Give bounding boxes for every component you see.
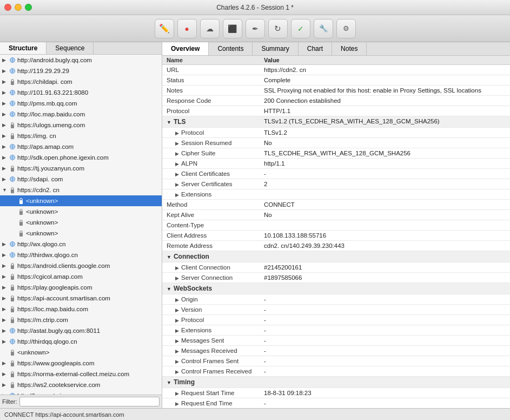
- table-row[interactable]: ▶Extensions-: [162, 325, 510, 336]
- sidebar-item-label: http://astat.bugly.qq.com:8011: [17, 327, 100, 334]
- maximize-button[interactable]: [25, 4, 32, 11]
- list-item[interactable]: ▶http://101.91.63.221:8080: [0, 87, 162, 98]
- expand-arrow-icon: ▶: [2, 317, 9, 323]
- list-item[interactable]: ▶http://loc.map.baidu.com: [0, 109, 162, 120]
- tools-button[interactable]: 🔧: [314, 19, 333, 38]
- row-name: Status: [162, 75, 260, 86]
- table-row[interactable]: ▶Version-: [162, 305, 510, 315]
- table-row[interactable]: ▶Server Connection#1897585066: [162, 273, 510, 283]
- list-item[interactable]: ▶https://api-account.smartisan.com: [0, 293, 162, 304]
- svg-rect-51: [11, 352, 14, 356]
- pen-tool-button[interactable]: ✏️: [155, 19, 174, 38]
- expand-arrow-icon: ▶: [175, 328, 179, 333]
- table-row[interactable]: ▶Client Certificates-: [162, 169, 510, 179]
- list-item[interactable]: ▶http://thirdqq.qlogo.cn: [0, 336, 162, 347]
- list-item[interactable]: ▶https://ws2.cootekservice.com: [0, 379, 162, 390]
- table-row[interactable]: ▶Extensions: [162, 189, 510, 200]
- table-row: Kept AliveNo: [162, 210, 510, 220]
- expand-arrow-icon: ▶: [175, 265, 179, 271]
- list-item[interactable]: ▼https://cdn2. cn: [0, 185, 162, 195]
- expand-arrow-icon: ▼: [2, 187, 9, 193]
- table-row[interactable]: ▼Connection: [162, 251, 510, 262]
- list-item[interactable]: ▶http://pms.mb.qq.com: [0, 98, 162, 109]
- minimize-button[interactable]: [15, 4, 22, 11]
- list-item[interactable]: <unknown>: [0, 228, 162, 239]
- list-item[interactable]: ▶http://android.bugly.qq.com: [0, 55, 162, 65]
- table-row[interactable]: ▼WebSockets: [162, 283, 510, 294]
- list-item[interactable]: ▶http://astat.bugly.qq.com:8011: [0, 325, 162, 336]
- expand-arrow-icon: ▶: [175, 391, 179, 396]
- lock-icon: [9, 165, 16, 172]
- tab-overview[interactable]: Overview: [162, 42, 209, 55]
- list-item[interactable]: ▶https://tj.youzanyun.com: [0, 163, 162, 174]
- tab-chart[interactable]: Chart: [299, 42, 332, 55]
- table-row[interactable]: ▶Origin-: [162, 294, 510, 305]
- table-row[interactable]: ▶Messages Received-: [162, 346, 510, 356]
- table-row[interactable]: ▶Control Frames Sent-: [162, 356, 510, 366]
- table-row[interactable]: ▶ProtocolTLSv1.2: [162, 128, 510, 138]
- table-row: Remote Addresscdn2. cn/140.249.39.230:44…: [162, 241, 510, 251]
- table-row[interactable]: ▶Client Connection#2145200161: [162, 262, 510, 273]
- table-row: ProtocolHTTP/1.1: [162, 106, 510, 116]
- table-row[interactable]: ▼TLSTLSv1.2 (TLS_ECDHE_RSA_WITH_AES_128_…: [162, 116, 510, 128]
- table-row[interactable]: ▶ALPNhttp/1.1: [162, 159, 510, 169]
- stop-button[interactable]: ⬛: [223, 19, 242, 38]
- list-item[interactable]: <unknown>: [0, 195, 162, 206]
- table-row[interactable]: ▶Control Frames Received-: [162, 366, 510, 377]
- sidebar-item-label: <unknown>: [26, 208, 58, 215]
- list-item[interactable]: <unknown>: [0, 347, 162, 358]
- list-item[interactable]: ▶https://play.googleapis.com: [0, 282, 162, 293]
- list-item[interactable]: ▶https://m.ctrip.com: [0, 314, 162, 325]
- table-row[interactable]: ▼Timing: [162, 377, 510, 388]
- svg-rect-43: [11, 309, 14, 312]
- filter-input[interactable]: [19, 397, 160, 406]
- list-item[interactable]: ▶http://sdk.open.phone.igexin.com: [0, 152, 162, 163]
- list-item[interactable]: ▶http://forecast.sina.cn: [0, 390, 162, 395]
- table-row[interactable]: ▶Request End Time-: [162, 398, 510, 409]
- checkmark-button[interactable]: ✓: [291, 19, 310, 38]
- list-item[interactable]: ▶https://img. cn: [0, 130, 162, 141]
- close-button[interactable]: [4, 4, 11, 11]
- lock-icon: [9, 316, 16, 324]
- list-item[interactable]: ▶http://thirdwx.qlogo.cn: [0, 250, 162, 260]
- table-row[interactable]: ▶Messages Sent-: [162, 336, 510, 346]
- list-item[interactable]: ▶http://119.29.29.29: [0, 65, 162, 76]
- list-item[interactable]: <unknown>: [0, 206, 162, 217]
- expand-arrow-icon: ▶: [175, 401, 179, 406]
- settings-button[interactable]: ⚙: [336, 19, 356, 38]
- tab-sequence[interactable]: Sequence: [47, 42, 94, 54]
- list-item[interactable]: ▶http://aps.amap.com: [0, 141, 162, 152]
- list-item[interactable]: ▶https://cgicol.amap.com: [0, 271, 162, 282]
- list-item[interactable]: ▶https://loc.map.baidu.com: [0, 304, 162, 314]
- row-value: 2: [260, 179, 510, 189]
- panel-tabs: OverviewContentsSummaryChartNotes: [162, 42, 510, 56]
- lock-icon: [9, 132, 16, 140]
- list-item[interactable]: ▶http://wx.qlogo.cn: [0, 239, 162, 250]
- throttle-button[interactable]: ☁: [200, 19, 220, 38]
- list-item[interactable]: ▶https://android.clients.google.com: [0, 260, 162, 271]
- table-row: Client Address10.108.133.188:55716: [162, 231, 510, 241]
- table-row[interactable]: ▶Request Start Time18-8-31 09:18:23: [162, 388, 510, 398]
- svg-rect-39: [11, 265, 14, 269]
- row-name: ▶Session Resumed: [162, 138, 260, 148]
- tab-summary[interactable]: Summary: [253, 42, 298, 55]
- table-row[interactable]: ▶Protocol-: [162, 315, 510, 325]
- list-item[interactable]: ▶http://sdapi. com: [0, 174, 162, 185]
- sidebar-item-label: http://android.bugly.qq.com: [17, 57, 92, 63]
- list-item[interactable]: <unknown>: [0, 217, 162, 228]
- list-item[interactable]: ▶https://childapi. com: [0, 76, 162, 87]
- list-item[interactable]: ▶https://ulogs.umeng.com: [0, 120, 162, 130]
- refresh-button[interactable]: ↻: [268, 19, 288, 38]
- table-row[interactable]: ▶Cipher SuiteTLS_ECDHE_RSA_WITH_AES_128_…: [162, 148, 510, 159]
- sidebar-item-label: https://cgicol.amap.com: [17, 273, 83, 280]
- tab-structure[interactable]: Structure: [0, 42, 47, 54]
- tab-notes[interactable]: Notes: [332, 42, 367, 55]
- table-row[interactable]: ▶Server Certificates2: [162, 179, 510, 189]
- list-item[interactable]: ▶https://norma-external-collect.meizu.co…: [0, 369, 162, 379]
- tab-contents[interactable]: Contents: [209, 42, 253, 55]
- row-name: ▶Version: [162, 305, 260, 315]
- list-item[interactable]: ▶https://www.googleapis.com: [0, 358, 162, 369]
- table-row[interactable]: ▶Session ResumedNo: [162, 138, 510, 148]
- record-button[interactable]: ●: [177, 19, 197, 38]
- compose-button[interactable]: ✒: [246, 19, 265, 38]
